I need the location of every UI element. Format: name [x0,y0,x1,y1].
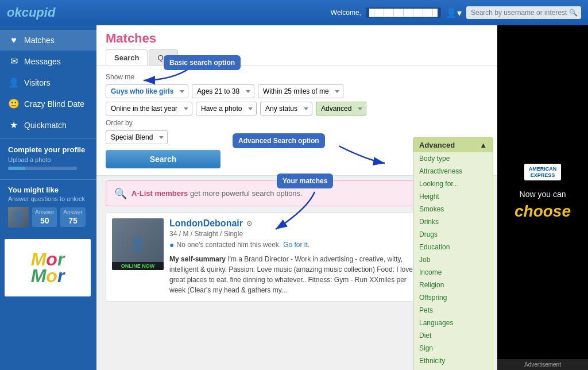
logo[interactable]: okcupid [7,5,55,20]
alist-text: A-List members get more powerful search … [131,189,303,198]
profile-status-icon: ⊙ [246,219,252,228]
upload-photo-link[interactable]: Upload a photo [8,156,88,163]
advanced-item-diet[interactable]: Diet [413,329,493,342]
advanced-item-ethnicity[interactable]: Ethnicity [413,354,493,367]
username-text: LondonDebonair [169,218,243,229]
search-input[interactable] [466,6,581,19]
sidebar-item-visitors[interactable]: 👤 Visitors [0,72,96,93]
photo-filter[interactable]: Have a photo [196,102,257,115]
right-ad-panel: AMERICAN EXPRESS Now you can choose Adve… [497,25,588,370]
tab-q[interactable]: Q... [149,49,178,65]
sidebar-item-quickmatch[interactable]: ★ Quickmatch [0,114,96,136]
answer-questions-prompt: Answer questions to unlock [8,195,88,202]
advanced-item-pets[interactable]: Pets [413,304,493,317]
tab-search[interactable]: Search [106,49,148,65]
sidebar-item-crazy-blind-date[interactable]: 🙂 Crazy Blind Date [0,93,96,114]
status-filter[interactable]: Any status [260,102,312,115]
visitor-icon: 👤 [8,77,20,88]
alist-icon: 🔍 [114,187,127,200]
amex-logo: AMERICAN EXPRESS [524,164,562,181]
show-me-label: Show me [106,73,488,81]
sidebar: ♥ Matches ✉ Messages 👤 Visitors 🙂 Crazy … [0,25,96,370]
contact-text: No one's contacted him this week. [176,241,281,249]
alist-strong[interactable]: A-List members [131,189,188,198]
ad-text-main: Now you can [520,190,566,199]
contact-link[interactable]: Go for it. [283,241,310,249]
distance-filter[interactable]: Within 25 miles of me [258,84,343,98]
contact-dot: ● [169,240,174,249]
advanced-item-body-type[interactable]: Body type [413,152,493,165]
advertisement-panel: AMERICAN EXPRESS Now you can choose [497,25,588,359]
profile-contact-info: ● No one's contacted him this week. Go f… [169,240,424,249]
advanced-item-languages[interactable]: Languages [413,317,493,329]
activity-filter[interactable]: Online in the last year [106,102,192,115]
main-container: ♥ Matches ✉ Messages 👤 Visitors 🙂 Crazy … [0,25,588,370]
sidebar-item-messages[interactable]: ✉ Messages [0,51,96,72]
sidebar-ad-image: Mor Mor [5,239,91,296]
advanced-item-sign[interactable]: Sign [413,342,493,354]
answer-avatar-1: 👤 [8,207,29,228]
age-filter[interactable]: Ages 21 to 38 [192,84,254,98]
sidebar-label-messages: Messages [24,57,61,66]
advanced-header[interactable]: Advanced ▲ [413,138,493,152]
filter-row-1: Guys who like girls Ages 21 to 38 Within… [106,84,488,98]
advanced-search-panel: Advanced ▲ Body typeAttractivenessLookin… [413,137,493,370]
search-icon: 🔍 [569,9,578,17]
online-now-badge: ONLINE NOW [112,262,164,270]
sidebar-profile-section: Complete your profile Upload a photo [0,138,96,177]
advanced-filter[interactable]: Advanced [316,102,366,115]
ad-text-choose: choose [514,202,571,221]
logo-text: okcupid [7,5,55,20]
advanced-item-attractiveness[interactable]: Attractiveness [413,165,493,178]
blind-date-icon: 🙂 [8,98,20,109]
answer-cards: 👤 Answer 50 Answer 75 [8,207,88,228]
summary-label: My self-summary [169,255,226,263]
page-header: Matches Search Q... [96,25,497,66]
order-by-label: Order by [106,119,488,127]
gender-filter[interactable]: Guys who like girls [106,84,188,98]
sidebar-ad-text: Mor Mor [31,251,65,284]
advanced-item-job[interactable]: Job [413,253,493,266]
order-by-select[interactable]: Special Blend [106,130,168,144]
heart-icon: ♥ [8,35,20,45]
profile-progress-fill [8,167,25,170]
answer-button-2[interactable]: Answer 75 [60,207,85,228]
advanced-item-religion[interactable]: Religion [413,279,493,291]
you-might-like-section: You might like Answer questions to unloc… [0,179,96,233]
profile-summary: My self-summary I'm a Brand Director - W… [169,254,424,295]
advanced-item-height[interactable]: Height [413,190,493,203]
app-header: okcupid Welcome, ██████████████ 👤▾ 🔍 [0,0,588,25]
sidebar-item-matches[interactable]: ♥ Matches [0,30,96,51]
advanced-item-income[interactable]: Income [413,266,493,279]
sidebar-label-visitors: Visitors [24,78,51,87]
star-icon: ★ [8,120,20,130]
sidebar-label-crazy-blind: Crazy Blind Date [24,99,84,109]
message-icon: ✉ [8,56,20,67]
advanced-item-looking-for...[interactable]: Looking for... [413,178,493,190]
profile-info: LondonDebonair ⊙ 34 / M / Straight / Sin… [169,218,424,295]
sidebar-label-quickmatch: Quickmatch [24,121,67,130]
alist-suffix: get more powerful search options. [190,189,303,198]
tab-bar: Search Q... [106,49,488,65]
advanced-item-offspring[interactable]: Offspring [413,291,493,304]
answer-button-1[interactable]: Answer 50 [32,207,57,228]
profile-details: 34 / M / Straight / Single [169,230,424,238]
sidebar-label-matches: Matches [24,36,55,45]
avatar-placeholder-1: 👤 [8,207,29,228]
advanced-item-education[interactable]: Education [413,241,493,253]
header-right: Welcome, ██████████████ 👤▾ 🔍 [331,6,581,19]
filter-row-2: Online in the last year Have a photo Any… [106,102,488,115]
profile-username[interactable]: LondonDebonair ⊙ [169,218,424,229]
search-button[interactable]: Search [106,150,220,168]
username-display: ██████████████ [366,7,441,18]
advanced-item-drinks[interactable]: Drinks [413,215,493,228]
you-might-like-title: You might like [8,186,88,194]
user-icon[interactable]: 👤▾ [446,7,462,18]
ad-label: Advertisement [497,359,588,370]
complete-profile-title: Complete your profile [8,145,88,154]
page-title: Matches [106,31,488,46]
advanced-item-drugs[interactable]: Drugs [413,228,493,241]
advanced-item-smokes[interactable]: Smokes [413,203,493,215]
advanced-item-join-date[interactable]: Join Date [413,367,493,370]
profile-avatar: 👤 ONLINE NOW [112,218,164,270]
